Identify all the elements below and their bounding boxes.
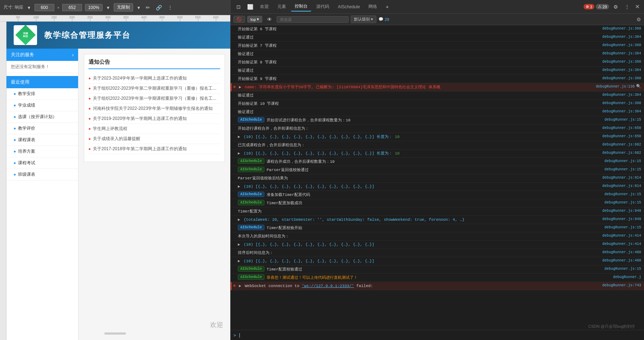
log-source[interactable]: debugRunner.js:15 [604, 225, 641, 229]
aischedule-timer-badge: AISchedule [238, 192, 264, 197]
limit-btn[interactable]: 无限制 [114, 3, 133, 12]
expand-icon[interactable]: ▶ [238, 135, 240, 139]
sidebar-item-academic[interactable]: 学业成绩 [6, 100, 78, 111]
log-source[interactable]: debugRunner.js:460 [602, 250, 641, 254]
zoom-dropdown-icon[interactable]: ▾ [105, 5, 111, 10]
sidebar-item-course-exam[interactable]: 课程考试 [6, 157, 78, 169]
limit-dropdown-icon[interactable]: ▾ [136, 5, 141, 10]
expand-arrow-icon[interactable]: ▶ [239, 85, 241, 89]
expand-icon[interactable]: ▶ [238, 184, 240, 189]
log-entry: 开始验证第 10 节课程 debugRunner.js:360 [231, 100, 644, 108]
log-source[interactable]: debugRunner.j [613, 274, 641, 279]
log-source[interactable]: debugRunner.js:15 [604, 167, 641, 171]
log-source[interactable]: debugRunner.js:682 [602, 150, 641, 155]
tab-network[interactable]: 网络 [365, 2, 381, 11]
sidebar-section-services[interactable]: 关注的服务 › [6, 49, 78, 61]
log-source[interactable]: debugRunner.js:364 [602, 51, 641, 55]
log-source[interactable]: debugRunner.js:460 [602, 258, 641, 263]
pen-icon[interactable]: ✏ [144, 5, 151, 10]
sidebar-item-class-schedule[interactable]: 班级课表 [6, 169, 78, 180]
dt-more-icon[interactable]: ⋮ [622, 2, 632, 12]
log-source[interactable]: debugRunner.js:360 [602, 42, 641, 47]
sidebar-item-training-plan[interactable]: 培养方案 [6, 146, 78, 157]
notice-item-1[interactable]: 关于组织2022-2023学年第二学期课程重新学习（重修）报名工... [89, 84, 220, 94]
notice-item-6[interactable]: 关于成绩录入的温馨提醒 [89, 134, 220, 144]
ws-link[interactable]: 'ws://127.0.0.1:2333/' [302, 284, 354, 288]
log-source[interactable]: debugRunner.js:364 [602, 109, 641, 113]
filter-clear-btn[interactable]: 🚫 [233, 16, 245, 23]
expand-icon[interactable]: ▶ [238, 259, 240, 263]
log-source[interactable]: debugRunner.js:360 [602, 59, 641, 64]
log-source[interactable]: debugRunner.js:949 [602, 208, 641, 213]
filter-eye-icon[interactable]: 👁 [264, 14, 275, 24]
log-source[interactable]: debugRunner.js:15 [604, 266, 641, 271]
notice-item-5[interactable]: 学生网上评教流程 [89, 124, 220, 134]
sidebar-item-course-select[interactable]: 选课（按开课计划） [6, 111, 78, 123]
filter-level-dropdown-icon[interactable]: ▾ [371, 17, 373, 22]
log-source[interactable]: debugRunner.js:414 [602, 241, 641, 246]
log-entry-congrats: AISchedule 恭喜您！测试通过！可以上传代码进行直机测试了！ debug… [231, 274, 644, 282]
log-source[interactable]: debugRunner.js:682 [602, 142, 641, 147]
log-source[interactable]: debugRunner.js:364 [602, 67, 641, 72]
log-source[interactable]: debugRunner.js:364 [602, 34, 641, 39]
tab-welcome[interactable]: 欢迎 [257, 2, 272, 11]
sidebar-item-teaching-arrange[interactable]: 教学安排 [6, 88, 78, 100]
log-entry-parser-result: Parser返回值校验后结果为 debugRunner.js:914 [231, 174, 644, 183]
ws-failed-text: failed: [357, 284, 373, 288]
expand-icon[interactable]: ▶ [238, 242, 240, 247]
devtools-cursor-icon[interactable]: ⊡ [233, 2, 244, 12]
devtools-device-icon[interactable]: ⬜ [245, 2, 255, 12]
sidebar-expand-icon[interactable]: › [72, 52, 74, 58]
size-dropdown-icon[interactable]: ▾ [26, 5, 32, 10]
link-icon[interactable]: 🔗 [154, 5, 163, 10]
log-source[interactable]: debugRunner.js:650 [602, 125, 641, 130]
add-tab-icon[interactable]: + [382, 2, 392, 12]
filter-top-dropdown-icon[interactable]: ▾ [257, 17, 259, 22]
sidebar-item-teaching-eval[interactable]: 教学评价 [6, 123, 78, 134]
filter-search-input[interactable] [277, 16, 349, 23]
log-source[interactable]: debugRunner.js:15 [604, 192, 641, 196]
sidebar-item-course-schedule[interactable]: 课程课表 [6, 134, 78, 146]
dimension-separator: × [57, 5, 59, 10]
filter-level-dropdown[interactable]: 默认级别 ▾ [351, 15, 376, 23]
expand-arrow-ws[interactable]: ▶ [239, 284, 241, 288]
tab-elements[interactable]: 元素 [274, 2, 290, 11]
log-source-error[interactable]: debugRunner.js:136 [596, 84, 635, 89]
notice-item-0[interactable]: 关于2023-2024学年第一学期网上选课工作的通知 [89, 73, 220, 84]
dt-settings-icon[interactable]: ⚙ [611, 2, 621, 12]
height-input[interactable]: 652 [62, 4, 82, 11]
log-source[interactable]: debugRunner.js:364 [602, 92, 641, 97]
log-source[interactable]: debugRunner.js:360 [602, 100, 641, 105]
log-source[interactable]: debugRunner.js:360 [602, 26, 641, 31]
log-source[interactable]: debugRunner.js:650 [602, 134, 641, 138]
log-source[interactable]: debugRunner.js:949 [602, 216, 641, 221]
expand-icon[interactable]: ▶ [238, 218, 240, 222]
search-small-icon[interactable]: 🔍 [636, 84, 641, 89]
ws-error-text: WebSocket connection to [245, 284, 301, 288]
log-text: Timer配置为 [238, 208, 599, 215]
tab-aischedule[interactable]: AISchedule [334, 3, 363, 11]
dt-close-btn[interactable]: ✕ [634, 3, 641, 10]
log-source[interactable]: debugRunner.js:414 [602, 233, 641, 238]
log-source-ws[interactable]: debugRunner.js:743 [602, 283, 641, 287]
filter-settings-icon[interactable]: ⚙ [636, 17, 641, 22]
notice-item-4[interactable]: 关于2019-2020学年第一学期网上选课工作的通知 [89, 114, 220, 124]
tab-console[interactable]: 控制台 [291, 2, 311, 12]
tab-sources[interactable]: 源代码 [313, 2, 333, 11]
notice-item-2[interactable]: 关于组织2022-2023学年第一学期课程重新学习（重修）报名工... [89, 94, 220, 104]
width-input[interactable]: 600 [35, 4, 54, 11]
log-source[interactable]: debugRunner.js:914 [602, 175, 641, 180]
notice-item-7[interactable]: 关于2017-2018学年第二学期网上选课工作的通知 [89, 144, 220, 154]
zoom-btn[interactable]: 100% [85, 4, 103, 11]
log-source[interactable]: debugRunner.js:15 [604, 117, 641, 122]
console-log[interactable]: 开始验证第 6 节课程 debugRunner.js:360 验证通过 debu… [231, 25, 644, 330]
log-source[interactable]: debugRunner.js:15 [604, 158, 641, 163]
expand-icon[interactable]: ▶ [238, 151, 240, 156]
log-source[interactable]: debugRunner.js:15 [604, 200, 641, 205]
notice-item-3[interactable]: 河南科技学院关于2022-2023学年第一学期辅修学生报名的通知 [89, 104, 220, 114]
log-entry: 开始验证第 7 节课程 debugRunner.js:360 [231, 42, 644, 50]
filter-top-btn[interactable]: top ▾ [247, 16, 262, 23]
log-source[interactable]: debugRunner.js:914 [602, 183, 641, 188]
more-icon[interactable]: ⋮ [166, 5, 174, 10]
log-source[interactable]: debugRunner.js:360 [602, 76, 641, 80]
